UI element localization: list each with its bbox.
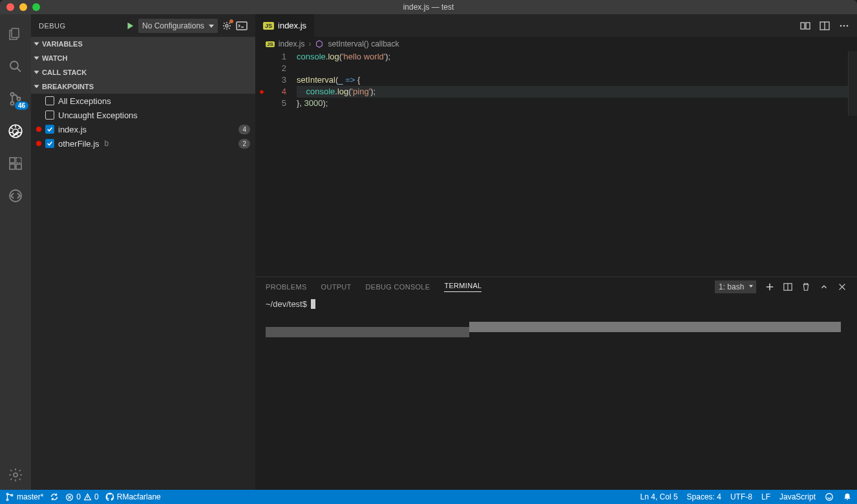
breakpoint-row[interactable]: All Exceptions (31, 94, 255, 108)
sync-icon[interactable] (50, 492, 59, 501)
source-control-icon[interactable]: 46 (0, 84, 31, 114)
breakpoint-row[interactable]: otherFile.jsb2 (31, 136, 255, 151)
indentation[interactable]: Spaces: 4 (687, 492, 721, 501)
split-editor-icon[interactable] (820, 21, 830, 31)
bottom-panel: PROBLEMS OUTPUT DEBUG CONSOLE TERMINAL 1… (255, 277, 857, 490)
svg-point-19 (843, 25, 845, 26)
svg-point-12 (14, 473, 17, 477)
breakpoint-label: index.js (58, 125, 87, 134)
svg-point-1 (10, 61, 18, 69)
code-editor[interactable]: ● 12345 console.log('hello world');setIn… (255, 51, 857, 277)
checkbox[interactable] (45, 125, 54, 134)
git-branch[interactable]: master* (5, 492, 43, 501)
svg-rect-15 (801, 23, 805, 29)
minimap[interactable] (848, 51, 857, 116)
callstack-header[interactable]: CALL STACK (31, 65, 255, 79)
scm-badge: 46 (15, 101, 28, 110)
watch-header[interactable]: WATCH (31, 51, 255, 65)
js-file-icon: JS (263, 22, 274, 30)
js-file-icon: JS (266, 41, 275, 47)
svg-point-22 (6, 493, 8, 495)
configure-gear-icon[interactable] (222, 21, 232, 31)
extensions-icon[interactable] (0, 149, 31, 178)
checkbox[interactable] (45, 96, 54, 105)
terminal[interactable]: ~/dev/test$ (255, 297, 857, 490)
breakpoint-dot-icon (36, 127, 41, 132)
checkbox[interactable] (45, 110, 54, 120)
terminal-progress (266, 322, 847, 332)
more-actions-icon[interactable] (839, 21, 849, 31)
svg-rect-16 (806, 23, 810, 29)
github-user[interactable]: RMacfarlane (105, 492, 161, 501)
svg-point-4 (17, 98, 21, 101)
terminal-prompt: ~/dev/test$ (266, 299, 307, 309)
start-debug-icon[interactable] (125, 21, 134, 30)
remote-icon[interactable] (0, 181, 31, 211)
breakpoints-header[interactable]: BREAKPOINTS (31, 79, 255, 94)
settings-gear-icon[interactable] (0, 460, 31, 490)
tab-bar: JS index.js (255, 14, 857, 37)
tab-index-js[interactable]: JS index.js (255, 14, 315, 37)
variables-section: VARIABLES (31, 37, 255, 51)
tab-output[interactable]: OUTPUT (321, 283, 352, 291)
kill-terminal-icon[interactable] (801, 282, 810, 291)
minimize-window-icon[interactable] (19, 3, 27, 11)
svg-point-2 (11, 93, 14, 96)
breakpoint-row[interactable]: index.js4 (31, 122, 255, 136)
tab-problems[interactable]: PROBLEMS (266, 283, 307, 291)
breakpoint-row[interactable]: Uncaught Exceptions (31, 108, 255, 122)
svg-rect-7 (10, 158, 15, 163)
svg-point-3 (11, 102, 14, 105)
compare-icon[interactable] (800, 21, 810, 31)
activity-bar: 46 (0, 14, 31, 490)
svg-point-26 (826, 494, 833, 501)
method-icon (315, 39, 324, 48)
svg-point-13 (226, 25, 228, 27)
eol[interactable]: LF (761, 492, 770, 501)
checkbox[interactable] (45, 139, 54, 148)
new-terminal-icon[interactable] (765, 282, 774, 291)
maximize-window-icon[interactable] (32, 3, 40, 11)
feedback-icon[interactable] (825, 492, 834, 501)
breadcrumb-symbol: setInterval() callback (328, 39, 399, 48)
debug-config-select[interactable]: No Configurations (138, 19, 218, 33)
split-terminal-icon[interactable] (783, 282, 792, 291)
debug-console-icon[interactable] (236, 21, 248, 30)
svg-rect-8 (10, 164, 15, 169)
variables-header[interactable]: VARIABLES (31, 37, 255, 51)
chevron-right-icon: › (308, 39, 311, 48)
explorer-icon[interactable] (0, 19, 31, 49)
window-title: index.js — test (0, 3, 857, 12)
status-bar: master* 0 0 RMacfarlane Ln 4, Col 5 Spac… (0, 490, 857, 504)
close-panel-icon[interactable] (838, 282, 847, 291)
maximize-panel-icon[interactable] (820, 282, 829, 291)
svg-point-18 (840, 25, 842, 26)
breadcrumb[interactable]: JS index.js › setInterval() callback (255, 37, 857, 51)
terminal-select[interactable]: 1: bash (715, 280, 756, 293)
search-icon[interactable] (0, 52, 31, 81)
panel-tabs: PROBLEMS OUTPUT DEBUG CONSOLE TERMINAL 1… (255, 277, 857, 297)
encoding[interactable]: UTF-8 (730, 492, 752, 501)
tab-label: index.js (278, 21, 306, 30)
language-mode[interactable]: JavaScript (779, 492, 816, 501)
breakpoints-section: BREAKPOINTS All ExceptionsUncaught Excep… (31, 79, 255, 151)
tab-debug-console[interactable]: DEBUG CONSOLE (366, 283, 430, 291)
breakpoint-label: All Exceptions (58, 96, 111, 106)
debug-icon[interactable] (0, 116, 31, 146)
titlebar: index.js — test (0, 0, 857, 14)
debug-header: DEBUG No Configurations (31, 14, 255, 37)
breakpoint-count: 4 (238, 125, 250, 134)
breakpoint-label: Uncaught Exceptions (58, 110, 138, 120)
tab-terminal[interactable]: TERMINAL (444, 282, 481, 292)
breakpoint-suffix: b (105, 139, 109, 148)
cursor-position[interactable]: Ln 4, Col 5 (640, 492, 678, 501)
watch-section: WATCH (31, 51, 255, 65)
notifications-icon[interactable] (843, 492, 852, 501)
svg-rect-10 (16, 158, 21, 163)
debug-sidebar: DEBUG No Configurations (31, 14, 255, 490)
svg-point-23 (6, 499, 8, 501)
callstack-section: CALL STACK (31, 65, 255, 79)
breakpoint-count: 2 (238, 139, 250, 149)
problems-status[interactable]: 0 0 (65, 492, 98, 501)
close-window-icon[interactable] (6, 3, 14, 11)
